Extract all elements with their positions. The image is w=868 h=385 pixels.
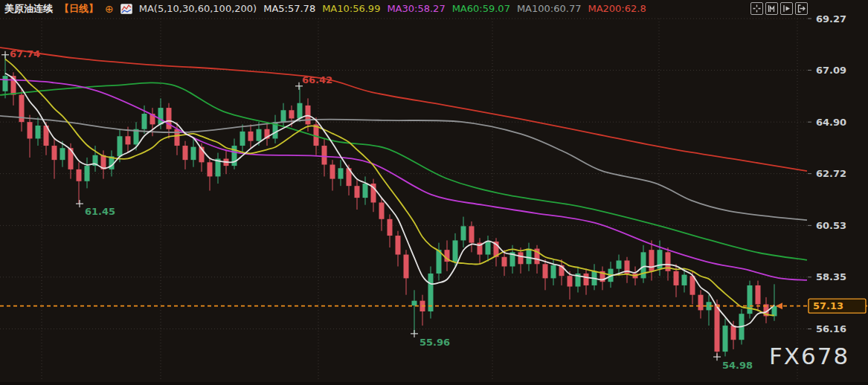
price-annotation: 67.74 <box>10 48 40 59</box>
kline-style-icon[interactable] <box>120 4 132 14</box>
ma100-value: MA100:60.77 <box>517 3 582 14</box>
crosshair-icon <box>753 4 761 13</box>
current-price-layer: 57.13 <box>0 299 868 313</box>
axis-price-label: 56.16 <box>816 323 846 334</box>
axis-price-label: 64.90 <box>816 117 846 128</box>
axis-price-label: 58.35 <box>816 271 846 282</box>
axis-price-label: 62.72 <box>816 168 846 179</box>
chart-toolbar <box>750 2 808 15</box>
symbol-title: 美原油连续 <box>4 2 53 16</box>
chart-header: 美原油连续 【日线】 ⊕ MA(5,10,30,60,100,200) MA5:… <box>4 0 646 17</box>
price-axis: 69.2767.0964.9062.7260.5358.3556.16 <box>808 13 846 335</box>
price-annotation: 61.45 <box>85 206 115 217</box>
candles-layer <box>3 55 777 357</box>
axis-price-label: 60.53 <box>816 220 846 231</box>
ma60-value: MA60:59.07 <box>452 3 510 14</box>
play-scale-icon <box>782 4 791 13</box>
bottom-edge <box>0 382 868 385</box>
ma100-line <box>0 116 807 220</box>
exit-arrow-icon <box>797 4 806 13</box>
exit-chart-button[interactable] <box>795 2 808 15</box>
kline-chart-window: 美原油连续 【日线】 ⊕ MA(5,10,30,60,100,200) MA5:… <box>0 0 868 385</box>
price-annotation: 54.98 <box>722 360 753 371</box>
price-label-button[interactable] <box>765 2 778 15</box>
price-annotation: 55.96 <box>419 337 450 348</box>
auto-scroll-button[interactable] <box>780 2 793 15</box>
axis-price-label: 69.27 <box>816 13 846 25</box>
ma200-value: MA200:62.8 <box>588 3 646 14</box>
ma30-value: MA30:58.27 <box>387 3 445 14</box>
crosshair-button[interactable] <box>750 2 763 15</box>
ma30-line <box>0 80 807 280</box>
ma-group-label: MA(5,10,30,60,100,200) <box>139 3 257 14</box>
period-label: 【日线】 <box>60 2 98 16</box>
fx678-watermark: FX678 <box>769 343 849 369</box>
axis-price-label: 67.09 <box>816 65 846 76</box>
price-chart[interactable]: 67.7466.4261.4555.9654.9857.1369.2767.09… <box>0 0 868 385</box>
add-indicator-icon[interactable]: ⊕ <box>105 4 114 14</box>
price-annotation: 66.42 <box>302 74 332 85</box>
ma5-value: MA5:57.78 <box>263 3 315 14</box>
current-price-value: 57.13 <box>813 300 843 311</box>
ma10-value: MA10:56.99 <box>322 3 380 14</box>
price-scale-icon <box>768 4 776 13</box>
